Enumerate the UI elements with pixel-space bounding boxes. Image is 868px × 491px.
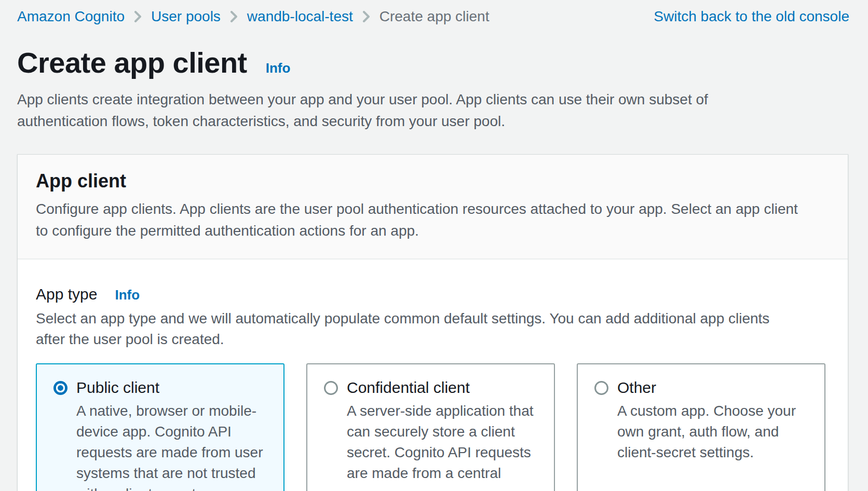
tile-description: A custom app. Choose your own grant, aut… [617, 401, 809, 463]
switch-old-console-link[interactable]: Switch back to the old console [654, 8, 849, 25]
page-title-info-link[interactable]: Info [266, 60, 291, 76]
chevron-right-icon [362, 11, 370, 22]
tile-description: A native, browser or mobile-device app. … [76, 401, 268, 491]
page-header: Create app client Info App clients creat… [0, 46, 868, 132]
radio-button-public-client[interactable] [53, 381, 67, 395]
tile-confidential-client[interactable]: Confidential client A server-side applic… [306, 363, 555, 491]
app-client-container-body: App type Info Select an app type and we … [18, 260, 848, 491]
tile-label: Other [617, 379, 656, 397]
app-type-tiles: Public client A native, browser or mobil… [36, 363, 825, 491]
container-title: App client [36, 170, 830, 192]
app-client-container: App client Configure app clients. App cl… [17, 154, 848, 491]
app-type-label: App type [36, 285, 97, 303]
page-description: App clients create integration between y… [17, 89, 796, 132]
chevron-right-icon [134, 11, 142, 22]
breadcrumb-item-user-pool-name[interactable]: wandb-local-test [247, 8, 353, 25]
breadcrumb-item-user-pools[interactable]: User pools [151, 8, 221, 25]
radio-button-other[interactable] [594, 381, 608, 395]
tile-public-client[interactable]: Public client A native, browser or mobil… [36, 363, 284, 491]
breadcrumb-item-amazon-cognito[interactable]: Amazon Cognito [17, 8, 125, 25]
page-title: Create app client [17, 46, 247, 79]
tile-other[interactable]: Other A custom app. Choose your own gran… [577, 363, 825, 491]
chevron-right-icon [230, 11, 238, 22]
app-type-info-link[interactable]: Info [115, 287, 140, 303]
tile-description: A server-side application that can secur… [347, 401, 538, 491]
tile-label: Public client [76, 379, 159, 397]
container-description: Configure app clients. App clients are t… [36, 198, 804, 242]
app-type-description: Select an app type and we will automatic… [36, 308, 794, 350]
app-client-container-header: App client Configure app clients. App cl… [18, 155, 848, 260]
radio-button-confidential-client[interactable] [324, 381, 338, 395]
tile-label: Confidential client [347, 379, 470, 397]
breadcrumb: Amazon Cognito User pools wandb-local-te… [17, 8, 489, 25]
breadcrumb-current-page: Create app client [379, 8, 490, 25]
top-bar: Amazon Cognito User pools wandb-local-te… [0, 0, 868, 25]
